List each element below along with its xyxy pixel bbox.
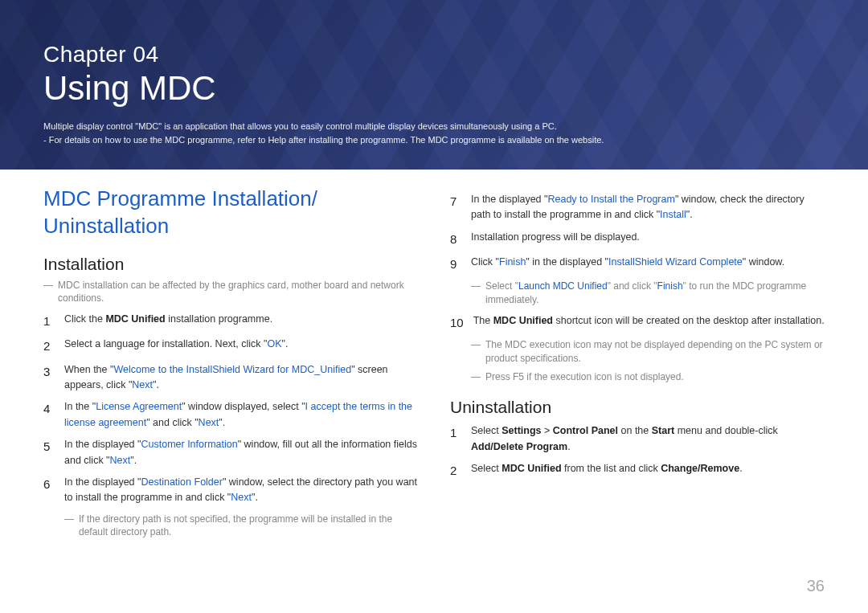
install-step-8: 8 Installation progress will be displaye… <box>450 230 825 248</box>
note-text: If the directory path is not specified, … <box>79 513 418 540</box>
step-body: In the "License Agreement" window displa… <box>64 399 418 431</box>
step-body: Select MDC Unified from the list and cli… <box>471 461 825 480</box>
install-note-press-f5: ― Press F5 if the execution icon is not … <box>471 370 825 384</box>
step-number: 4 <box>43 399 55 431</box>
main-content: MDC Programme Installation/ Uninstallati… <box>0 170 868 544</box>
step-body: In the displayed "Destination Folder" wi… <box>64 475 418 506</box>
step-number: 10 <box>450 313 464 332</box>
chapter-number: Chapter 04 <box>43 42 825 67</box>
step-number: 5 <box>43 437 55 468</box>
step-number: 2 <box>43 337 55 355</box>
step-number: 8 <box>450 230 461 248</box>
left-column: MDC Programme Installation/ Uninstallati… <box>43 186 418 544</box>
section-title-line2: Uninstallation <box>43 214 169 238</box>
uninstall-step-1: 1 Select Settings > Control Panel on the… <box>450 423 825 455</box>
step-number: 2 <box>450 461 461 480</box>
chapter-header-content: Chapter 04 Using MDC Multiple display co… <box>0 0 868 146</box>
chapter-title: Using MDC <box>43 69 825 108</box>
section-title-line1: MDC Programme Installation/ <box>43 186 317 210</box>
install-step-5: 5 In the displayed "Customer Information… <box>43 437 418 468</box>
step-body: Click the MDC Unified installation progr… <box>64 312 418 330</box>
install-step-9: 9 Click "Finish" in the displayed "Insta… <box>450 255 825 273</box>
install-step-4: 4 In the "License Agreement" window disp… <box>43 399 418 431</box>
uninstall-step-2: 2 Select MDC Unified from the list and c… <box>450 461 825 480</box>
install-note-conditions: ― MDC installation can be affected by th… <box>43 279 418 306</box>
dash-icon: ― <box>64 513 74 540</box>
dash-icon: ― <box>471 370 481 384</box>
dash-icon: ― <box>43 279 53 306</box>
step-body: Click "Finish" in the displayed "Install… <box>471 255 825 273</box>
install-step-6: 6 In the displayed "Destination Folder" … <box>43 475 418 506</box>
step-body: In the displayed "Customer Information" … <box>64 437 418 468</box>
step-number: 9 <box>450 255 461 273</box>
step-number: 3 <box>43 362 55 394</box>
step-body: When the "Welcome to the InstallShield W… <box>64 362 418 394</box>
step-body: Select Settings > Control Panel on the S… <box>471 423 825 455</box>
chapter-desc-2: - For details on how to use the MDC prog… <box>43 133 825 147</box>
installation-heading: Installation <box>43 255 418 274</box>
step-body: In the displayed "Ready to Install the P… <box>471 192 825 223</box>
install-step-10: 10 The MDC Unified shortcut icon will be… <box>450 313 825 332</box>
step-body: Select a language for installation. Next… <box>64 337 418 355</box>
note-text: The MDC execution icon may not be displa… <box>485 338 825 366</box>
install-step-2: 2 Select a language for installation. Ne… <box>43 337 418 355</box>
note-text: Press F5 if the execution icon is not di… <box>485 370 684 384</box>
install-note-icon-missing: ― The MDC execution icon may not be disp… <box>471 338 825 366</box>
step-number: 1 <box>43 312 55 330</box>
install-note-launch: ― Select "Launch MDC Unified" and click … <box>471 280 825 307</box>
section-title: MDC Programme Installation/ Uninstallati… <box>43 186 418 240</box>
install-step-3: 3 When the "Welcome to the InstallShield… <box>43 362 418 394</box>
install-step-7: 7 In the displayed "Ready to Install the… <box>450 192 825 223</box>
install-note-default-dir: ― If the directory path is not specified… <box>64 513 418 540</box>
dash-icon: ― <box>471 338 481 366</box>
note-text: Select "Launch MDC Unified" and click "F… <box>485 280 825 307</box>
step-body: The MDC Unified shortcut icon will be cr… <box>473 313 825 332</box>
step-number: 1 <box>450 423 461 455</box>
uninstallation-heading: Uninstallation <box>450 398 825 417</box>
right-column: 7 In the displayed "Ready to Install the… <box>450 186 825 544</box>
install-step-1: 1 Click the MDC Unified installation pro… <box>43 312 418 330</box>
note-text: MDC installation can be affected by the … <box>58 279 418 306</box>
step-body: Installation progress will be displayed. <box>471 230 825 248</box>
page-number: 36 <box>807 577 825 595</box>
chapter-header: Chapter 04 Using MDC Multiple display co… <box>0 0 868 170</box>
step-number: 7 <box>450 192 461 223</box>
chapter-desc-1: Multiple display control "MDC" is an app… <box>43 120 825 133</box>
dash-icon: ― <box>471 280 481 307</box>
step-number: 6 <box>43 475 55 506</box>
